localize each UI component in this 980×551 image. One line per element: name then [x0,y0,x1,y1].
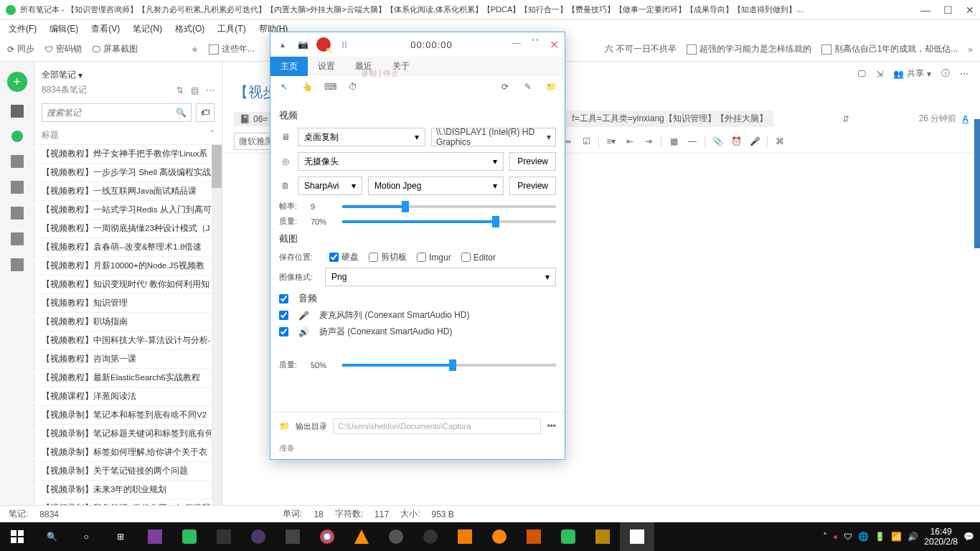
new-note-button[interactable]: + [7,72,27,92]
captura-brush-icon[interactable]: ✎ [522,80,534,93]
list-item[interactable]: 【视频教程】中国科技大学-算法设计与分析- [34,331,222,350]
taskbar-app-5[interactable] [275,522,310,551]
rail-check-icon[interactable] [11,131,23,142]
tray-volume-icon[interactable]: 🔊 [908,532,918,542]
rail-grid-icon[interactable] [11,105,24,118]
disk-checkbox[interactable]: 硬盘 [329,251,359,263]
attach-icon[interactable]: 📎 [711,135,724,148]
taskbar-app-3[interactable] [207,522,241,551]
info-icon[interactable]: ⓘ [941,67,950,80]
filter-tag-button[interactable]: 🏷 [196,103,215,122]
tray-clock[interactable]: 16:49 2020/2/8 [924,527,958,547]
shortcut-1[interactable]: 这些年... [209,43,255,55]
tray-wifi-icon[interactable]: 📶 [891,532,902,542]
shortcut-2[interactable]: 六 不可一日不拱卒 [605,43,676,55]
mic-checkbox[interactable] [279,311,288,320]
captura-pointer-icon[interactable]: ↖ [278,80,291,93]
list-item[interactable]: 【视频录制】关于笔记链接的两个问题 [34,462,222,481]
camera-select[interactable]: 无摄像头▾ [298,152,504,171]
taskbar-wechat-icon[interactable] [551,522,585,551]
tag-expand-icon[interactable]: ⇵ [842,114,849,124]
outdent-icon[interactable]: ⇤ [623,135,636,148]
screenshot-button[interactable]: 🖵屏幕截图 [92,43,138,55]
editor-scrollbar[interactable] [974,119,980,248]
maximize-button[interactable]: ☐ [943,4,953,16]
imgfmt-select[interactable]: Png▾ [325,268,556,286]
rail-search-icon[interactable] [11,232,24,245]
taskbar-app-9[interactable] [482,522,517,551]
captura-tab-home[interactable]: 主页 [270,57,308,76]
taskbar-chrome-icon[interactable] [310,522,344,551]
search-input[interactable] [47,108,176,118]
taskbar-app-6[interactable] [379,522,413,551]
captura-refresh-icon[interactable]: ⟳ [499,80,512,93]
captura-tab-settings[interactable]: 设置 [308,57,345,76]
menu-view[interactable]: 查看(V) [91,23,120,35]
captura-record-button[interactable]: ↖ [316,37,331,52]
captura-hand-icon[interactable]: 👆 [301,80,314,93]
rail-tag-icon[interactable] [11,181,24,194]
more-icon[interactable]: ⋯ [960,69,969,79]
view-list-icon[interactable]: ▤ [191,85,199,95]
taskbar-search-icon[interactable]: 🔍 [34,522,69,551]
menu-edit[interactable]: 编辑(E) [50,23,78,35]
captura-keyboard-icon[interactable]: ⌨ [324,80,336,93]
list-item[interactable]: 【视频教程】知识变现时代! 教你如何利用知 [34,276,222,294]
rail-trash-icon[interactable] [11,258,24,271]
minimize-button[interactable]: — [920,4,930,16]
taskbar-app-2[interactable] [172,522,207,551]
framerate-slider[interactable] [342,205,556,208]
list-item[interactable]: 【视频录制】笔记标题关键词和标签到底有何 [34,425,222,443]
list-item[interactable]: 【视频录制】笔记本和标签到底有啥不同V2 [34,406,222,425]
share-button[interactable]: 👥共享▾ [893,67,931,80]
list-item[interactable]: 【视频录制】标签如何理解,给你讲个关于衣 [34,443,222,462]
list-item[interactable]: 【视频教程】一线互联网Java面试精品课 [34,182,222,201]
lock-button[interactable]: 🛡密码锁 [44,43,82,55]
tray-network-icon[interactable]: 🌐 [858,532,869,542]
hr-icon[interactable]: — [686,135,699,148]
list-item[interactable]: 【视频教程】咨询第一课 [34,350,222,369]
encoder-select[interactable]: SharpAvi▾ [298,176,362,195]
captura-folder-icon[interactable]: 📁 [545,80,557,93]
codec-select[interactable]: Motion Jpeg▾ [368,176,504,195]
tray-rec-icon[interactable]: ● [833,532,838,542]
captura-camera-icon[interactable]: 📷 [296,38,309,51]
taskbar-app-10[interactable] [517,522,551,551]
align-icon[interactable]: ≡▾ [605,135,618,148]
list-item[interactable]: 【视频教程】一站式学习Redis 从入门到高可 [34,201,222,220]
taskbar-taskview-icon[interactable]: ⊞ [103,522,138,551]
taskbar-app-7[interactable] [413,522,448,551]
crumb-notebook[interactable]: 📓06= [234,112,273,126]
captura-expand-icon[interactable]: ▲ [276,38,289,51]
view-options-icon[interactable]: ⋯ [206,85,215,95]
source-select[interactable]: 桌面复制▾ [298,128,425,146]
check-list-icon[interactable]: ☑ [580,135,593,148]
list-item[interactable]: 【视频教程】职场指南 [34,313,222,331]
table-icon[interactable]: ▦ [667,135,680,148]
audio-icon[interactable]: 🎤 [748,135,761,148]
taskbar-cortana-icon[interactable]: ○ [69,522,103,551]
camera-preview-button[interactable]: Preview [509,152,556,171]
tray-shield-icon[interactable]: 🛡 [844,532,852,542]
list-item[interactable]: 【视频教程】一步步学习 Shell 高级编程实战 [34,164,222,182]
imgur-checkbox[interactable]: Imgur [417,253,451,263]
menu-note[interactable]: 笔记(N) [133,23,162,35]
captura-close-button[interactable]: ✕ [550,38,559,52]
menu-file[interactable]: 文件(F) [9,23,37,35]
audio-section-checkbox[interactable] [279,294,288,303]
captura-timer-icon[interactable]: ⏱ [347,80,359,93]
menu-tools[interactable]: 工具(T) [217,23,245,35]
list-item[interactable]: 【视频录制】印象笔记+微信收藏，如何搭配 [34,499,222,505]
tray-battery-icon[interactable]: 🔋 [875,532,885,542]
code-icon[interactable]: ⌘ [773,135,786,148]
rail-notebook-icon[interactable] [11,155,24,168]
list-item[interactable]: 【视频教程】最新ElasticSearch6实战教程 [34,369,222,387]
list-item[interactable]: 【视频教程】袁春萌--改变&整理术1.8倍速 [34,238,222,257]
toolbar-chevron-icon[interactable]: » [968,44,973,55]
rail-share-icon[interactable] [11,207,24,220]
taskbar-captura-icon[interactable] [620,522,654,551]
list-item[interactable]: 【视频课程】洋葱阅读法 [34,387,222,406]
taskbar-app-11[interactable] [585,522,620,551]
quality-slider[interactable] [342,220,556,223]
captura-collapse-button[interactable]: ˅˅ [531,38,540,52]
